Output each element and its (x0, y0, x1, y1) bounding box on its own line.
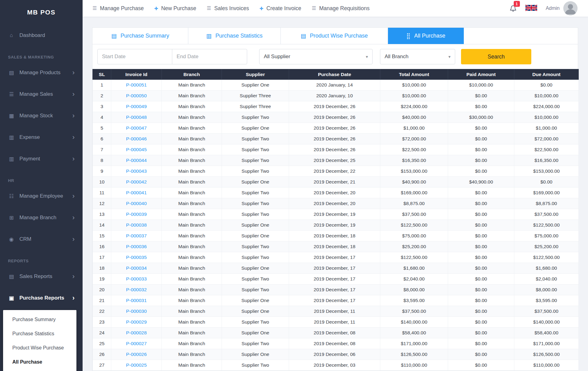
submenu-item-purchase-statistics[interactable]: Purchase Statistics (3, 327, 76, 341)
cell-branch: Main Branch (162, 220, 222, 231)
nav-item-new-purchase[interactable]: ✚New Purchase (154, 5, 196, 12)
invoice-link[interactable]: P-000026 (126, 352, 147, 357)
sidebar-item-manage-stock[interactable]: ▦Manage Stock› (0, 105, 83, 127)
cell-purchase-date: 2019 December, 11 (289, 306, 380, 317)
chevron-down-icon: ▾ (366, 54, 368, 59)
tab-product-wise-purchase[interactable]: ▤ Product Wise Purchase (281, 28, 388, 44)
sidebar-item-sales-reports[interactable]: ▤Sales Reports› (0, 266, 83, 287)
cell-supplier: Supplier Two (222, 144, 289, 155)
cell-purchase-date: 2019 December, 17 (289, 284, 380, 295)
cell-supplier: Supplier One (222, 306, 289, 317)
cell-sl: 5 (93, 123, 111, 134)
sidebar-item-manage-branch[interactable]: ⊞Manage Branch› (0, 207, 83, 228)
sidebar-item-expense[interactable]: ▥Expense› (0, 127, 83, 148)
cell-invoice-id: P-000039 (111, 209, 162, 220)
cell-branch: Main Branch (162, 284, 222, 295)
nav-item-manage-requisitions[interactable]: ☰Manage Requisitions (312, 5, 370, 12)
invoice-link[interactable]: P-000048 (126, 115, 147, 120)
cell-total-amount: $1,000.00 (380, 123, 448, 134)
invoice-link[interactable]: P-000025 (126, 362, 147, 368)
invoice-link[interactable]: P-000037 (126, 233, 147, 238)
invoice-link[interactable]: P-000029 (126, 319, 147, 325)
submenu-item-product-wise-purchase[interactable]: Product Wise Purchase (3, 341, 76, 355)
sidebar-item-purchase-reports[interactable]: ▣Purchase Reports› (0, 287, 83, 309)
invoice-link[interactable]: P-000047 (126, 125, 147, 131)
nav-item-sales-invoices[interactable]: ☰Sales Invoices (207, 5, 249, 12)
start-date-input[interactable] (97, 49, 172, 64)
tab-all-purchase[interactable]: ⣿ All Purchase (388, 28, 464, 44)
nav-item-label: Manage Requisitions (319, 5, 370, 12)
sidebar-section-reports: REPORTS (0, 250, 83, 266)
notifications-button[interactable]: 1 (509, 3, 517, 14)
invoice-link[interactable]: P-000051 (126, 82, 147, 87)
invoice-link[interactable]: P-000033 (126, 276, 147, 281)
user-menu[interactable]: Admin (546, 1, 578, 15)
invoice-link[interactable]: P-000049 (126, 104, 147, 109)
language-selector[interactable] (525, 4, 537, 13)
invoice-link[interactable]: P-000039 (126, 212, 147, 217)
invoice-link[interactable]: P-000045 (126, 147, 147, 152)
sidebar-item-manage-employee[interactable]: ☷Manage Employee› (0, 185, 83, 207)
cell-total-amount: $58,400.00 (380, 328, 448, 338)
col-header-branch: Branch (162, 69, 222, 80)
tab-purchase-summary[interactable]: ▤ Purchase Summary (92, 28, 188, 44)
cell-purchase-date: 2019 December, 26 (289, 112, 380, 123)
sales-reports-icon: ▤ (8, 273, 15, 280)
invoice-link[interactable]: P-000035 (126, 255, 147, 260)
table-row: 27P-000025Main BranchSupplier Two2019 De… (93, 360, 579, 371)
invoice-link[interactable]: P-000030 (126, 308, 147, 314)
end-date-input[interactable] (172, 49, 247, 64)
nav-item-create-invoice[interactable]: ✚Create Invoice (259, 5, 301, 12)
cell-total-amount: $122,500.00 (380, 220, 448, 231)
branch-select[interactable]: All Branch ▾ (380, 49, 455, 64)
filter-bar: All Supplier ▾ All Branch ▾ Search (92, 44, 578, 69)
cell-invoice-id: P-000038 (111, 220, 162, 231)
sidebar-item-crm[interactable]: ◉CRM› (0, 228, 83, 250)
cell-purchase-date: 2019 December, 17 (289, 252, 380, 263)
invoice-link[interactable]: P-000046 (126, 136, 147, 141)
invoice-link[interactable]: P-000044 (126, 158, 147, 163)
topbar-right: 1 Admin (509, 1, 578, 15)
table-row: 7P-000045Main BranchSupplier Two2019 Dec… (93, 144, 579, 155)
cell-sl: 11 (93, 188, 111, 198)
table-row: 3P-000049Main BranchSupplier Three2019 D… (93, 101, 579, 112)
sidebar-item-payment[interactable]: ▥Payment› (0, 148, 83, 170)
invoice-link[interactable]: P-000038 (126, 222, 147, 228)
cell-invoice-id: P-000028 (111, 328, 162, 338)
sidebar-item-manage-sales[interactable]: ☰Manage Sales› (0, 83, 83, 105)
cell-due-amount: $8,875.00 (514, 198, 579, 209)
table-row: 1P-000051Main BranchSupplier One2020 Jan… (93, 80, 579, 91)
cell-supplier: Supplier One (222, 328, 289, 338)
table-row: 20P-000032Main BranchSupplier Two2019 De… (93, 284, 579, 295)
invoice-link[interactable]: P-000027 (126, 341, 147, 346)
submenu-item-purchase-summary[interactable]: Purchase Summary (3, 313, 76, 327)
sidebar-item-manage-products[interactable]: ▤Manage Products› (0, 62, 83, 83)
cell-paid-amount: $0.00 (448, 101, 514, 112)
cell-invoice-id: P-000025 (111, 360, 162, 371)
invoice-link[interactable]: P-000050 (126, 93, 147, 98)
cell-total-amount: $37,500.00 (380, 209, 448, 220)
cell-supplier: Supplier Two (222, 241, 289, 252)
cell-due-amount: $16,350.00 (514, 155, 579, 166)
table-row: 18P-000034Main BranchSupplier One2019 De… (93, 263, 579, 274)
invoice-link[interactable]: P-000036 (126, 244, 147, 249)
invoice-link[interactable]: P-000034 (126, 265, 147, 271)
supplier-select[interactable]: All Supplier ▾ (259, 49, 373, 64)
invoice-link[interactable]: P-000028 (126, 330, 147, 335)
chevron-right-icon: › (72, 112, 75, 119)
invoice-link[interactable]: P-000042 (126, 179, 147, 184)
cell-invoice-id: P-000047 (111, 123, 162, 134)
invoice-link[interactable]: P-000040 (126, 201, 147, 206)
nav-item-manage-purchase[interactable]: ☰Manage Purchase (92, 5, 144, 12)
invoice-link[interactable]: P-000032 (126, 287, 147, 292)
tab-purchase-statistics[interactable]: ▥ Purchase Statistics (188, 28, 281, 44)
cell-branch: Main Branch (162, 317, 222, 328)
invoice-link[interactable]: P-000043 (126, 168, 147, 174)
submenu-item-all-purchase[interactable]: All Purchase (3, 355, 76, 369)
sidebar-item-dashboard[interactable]: ⌂Dashboard (0, 25, 83, 46)
cell-paid-amount: $0.00 (448, 360, 514, 371)
search-button[interactable]: Search (461, 49, 531, 64)
invoice-link[interactable]: P-000031 (126, 298, 147, 303)
cell-supplier: Supplier One (222, 295, 289, 306)
invoice-link[interactable]: P-000041 (126, 190, 147, 195)
